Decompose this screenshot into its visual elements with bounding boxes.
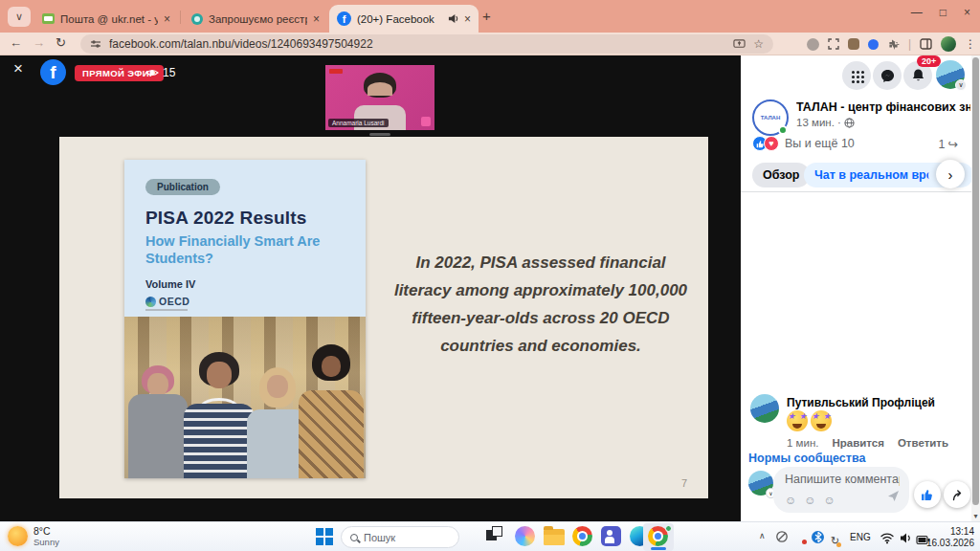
new-tab-button[interactable]: + <box>482 8 491 24</box>
screen: ∨ Пошта @ ukr.net - українська × Запрошу… <box>0 0 980 551</box>
language-indicator[interactable]: ENG <box>850 532 871 542</box>
wifi-icon[interactable] <box>880 531 894 548</box>
extension-icon[interactable] <box>848 38 859 50</box>
tab-search-button[interactable]: ∨ <box>8 7 31 27</box>
copilot-app-icon[interactable] <box>515 526 537 548</box>
account-avatar[interactable]: ∨ <box>936 60 965 89</box>
clock-date: 16.03.2026 <box>926 538 974 549</box>
weather-widget[interactable]: 8°C Sunny <box>8 525 59 547</box>
chrome-active-app[interactable] <box>643 523 674 551</box>
thumbs-up-icon <box>921 488 934 501</box>
commenter-avatar[interactable] <box>750 394 779 423</box>
file-explorer-app-icon[interactable] <box>544 526 566 548</box>
bluetooth-icon[interactable] <box>812 531 824 543</box>
screenshot-extension-icon[interactable] <box>828 38 839 50</box>
messenger-button[interactable] <box>873 61 902 90</box>
share-video-button[interactable] <box>944 481 970 508</box>
refresh-button[interactable]: ↻ <box>56 35 66 50</box>
sticker-picker-icon[interactable]: ☺ <box>824 494 835 507</box>
sunny-weather-icon <box>8 526 28 546</box>
scrollbar-thumb[interactable] <box>972 57 979 505</box>
composer-avatar[interactable]: ∨ <box>748 471 773 496</box>
webcam-collapse-handle[interactable] <box>369 133 390 136</box>
student-figure <box>128 365 188 478</box>
taskbar-search-input[interactable] <box>364 532 444 543</box>
facebook-icon: f <box>337 11 351 26</box>
grid-icon <box>852 71 855 74</box>
messenger-icon <box>880 69 895 83</box>
browser-menu-button[interactable]: ⋮ <box>965 37 976 51</box>
bell-icon <box>911 68 925 83</box>
browser-toolbar: ← → ↻ facebook.com/talan.nbu/videos/1240… <box>0 33 980 55</box>
taskbar-clock[interactable]: 13:14 16.03.2026 <box>926 526 974 549</box>
reactions-text: Вы и ещё 10 <box>785 137 855 150</box>
share-icon <box>951 489 964 501</box>
community-standards-link[interactable]: Нормы сообщества <box>748 452 865 465</box>
comment-reply-button[interactable]: Ответить <box>898 437 948 449</box>
speaker-name-label: Annamaria Lusardi <box>328 119 389 127</box>
tab-title: (20+) Facebook <box>357 13 442 25</box>
extension-blue-icon[interactable] <box>868 39 879 50</box>
close-icon[interactable]: × <box>164 12 170 26</box>
section-divider <box>741 191 971 192</box>
apps-menu-button[interactable] <box>842 61 871 90</box>
back-button[interactable]: ← <box>10 35 22 50</box>
site-settings-icon[interactable] <box>90 38 101 50</box>
page-name[interactable]: ТАЛАН - центр фінансових знань Націона <box>796 100 970 114</box>
close-icon[interactable]: × <box>313 12 320 26</box>
tray-expand-button[interactable]: ∧ <box>759 531 766 540</box>
speaker-webcam: Annamaria Lusardi <box>325 65 434 130</box>
live-video-area[interactable]: × f ПРЯМОЙ ЭФИР 15 Annamaria Lusardi Pub… <box>0 55 741 521</box>
bookmark-star-icon[interactable]: ☆ <box>753 37 764 51</box>
page-scrollbar[interactable]: ▾ <box>971 55 980 521</box>
share-screen-icon[interactable] <box>733 38 746 50</box>
page-avatar[interactable]: ТАЛАН <box>752 99 789 136</box>
extensions-puzzle-icon[interactable] <box>887 38 900 51</box>
comment-like-button[interactable]: Нравится <box>832 437 883 449</box>
reactions-summary[interactable]: ♥ Вы и ещё 10 <box>752 136 855 151</box>
like-video-button[interactable] <box>914 481 941 508</box>
comment-composer[interactable]: ☺ ☺ ☺ <box>773 467 909 513</box>
tabs-scroll-right-button[interactable]: › <box>936 160 965 188</box>
commenter-name[interactable]: Путивльський Профліцей <box>787 396 935 409</box>
viewer-count: 15 <box>145 66 175 79</box>
maximize-button[interactable]: □ <box>940 6 947 19</box>
browser-profile-avatar[interactable] <box>941 36 956 52</box>
emoji-picker-icon[interactable]: ☺ <box>785 494 796 507</box>
send-comment-button[interactable] <box>887 489 900 506</box>
reading-list-icon[interactable] <box>920 38 932 50</box>
composer-icons: ☺ ☺ ☺ <box>785 494 835 507</box>
facebook-logo[interactable]: f <box>40 59 66 85</box>
extension-globe-icon[interactable] <box>807 38 819 51</box>
address-bar[interactable]: facebook.com/talan.nbu/videos/1240693497… <box>80 34 773 54</box>
security-alert-dot <box>802 540 807 544</box>
teams-app-icon[interactable] <box>601 526 623 548</box>
task-view-button[interactable] <box>486 526 508 548</box>
publication-cover: Publication PISA 2022 Results How Financ… <box>124 160 366 478</box>
gif-picker-icon[interactable]: ☺ <box>804 494 815 507</box>
forward-button[interactable]: → <box>33 35 45 50</box>
tab-ukrnet-mail[interactable]: Пошта @ ukr.net - українська × <box>34 5 178 33</box>
scroll-down-arrow[interactable]: ▾ <box>971 512 980 520</box>
chrome-app-icon[interactable] <box>572 526 594 548</box>
tab-overview[interactable]: Обзор <box>752 163 810 187</box>
start-button[interactable] <box>316 528 333 545</box>
close-icon[interactable]: × <box>464 12 471 26</box>
tab-facebook-active[interactable]: f (20+) Facebook × <box>329 5 479 33</box>
comment-actions: 1 мин. Нравится Ответить <box>787 437 948 449</box>
tab-registration[interactable]: Запрошуємо реєструватися н... × <box>184 5 327 33</box>
comment-input[interactable] <box>785 473 900 486</box>
slide-page-number: 7 <box>681 477 687 489</box>
close-window-button[interactable]: × <box>964 6 970 19</box>
browser-tab-bar: ∨ Пошта @ ukr.net - українська × Запрошу… <box>0 0 980 33</box>
muted-notifications-icon[interactable] <box>775 530 789 547</box>
close-video-button[interactable]: × <box>13 59 23 78</box>
post-meta: 13 мин. · <box>796 117 855 128</box>
sync-update-icon[interactable]: ↻ <box>831 535 839 546</box>
share-count[interactable]: 1 ↪ <box>939 137 958 151</box>
window-controls: — □ × <box>911 6 970 19</box>
taskbar-search[interactable] <box>341 526 459 548</box>
love-reaction-icon: ♥ <box>764 136 779 151</box>
volume-icon[interactable] <box>900 531 912 548</box>
minimize-button[interactable]: — <box>911 6 923 19</box>
